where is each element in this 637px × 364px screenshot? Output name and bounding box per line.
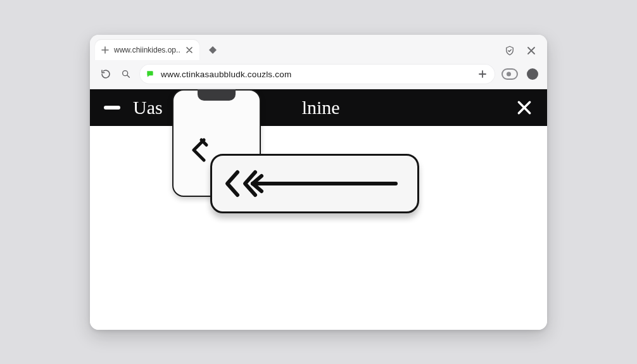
page-header: Uas lnine <box>90 89 547 126</box>
tab-close-icon[interactable] <box>184 45 194 55</box>
go-back-button[interactable] <box>210 154 419 213</box>
plus-icon[interactable] <box>100 45 110 55</box>
window-close-icon[interactable] <box>526 45 537 56</box>
window-controls <box>504 45 541 60</box>
bookmark-plus-icon[interactable] <box>476 68 489 80</box>
tab-title: www.chiinkides.op.. <box>114 46 180 54</box>
page-title-right: lnine <box>302 97 340 118</box>
url-text: www.ctinkasaubbludk.couzls.com <box>161 70 470 79</box>
active-tab[interactable]: www.chiinkides.op.. <box>95 40 199 60</box>
device-notch-icon <box>198 89 236 101</box>
shield-icon[interactable] <box>504 45 515 56</box>
extensions-icon[interactable] <box>501 68 518 80</box>
address-bar[interactable]: www.ctinkasaubbludk.couzls.com <box>139 64 495 84</box>
toolbar: www.ctinkasaubbludk.couzls.com <box>90 60 547 89</box>
page-title-left: Uas <box>133 97 163 118</box>
minimize-icon[interactable] <box>104 106 120 110</box>
new-tab-button[interactable] <box>205 42 221 58</box>
toolbar-right <box>501 68 538 80</box>
double-chevron-left-arrow-icon <box>224 167 407 200</box>
profile-avatar-icon[interactable] <box>527 68 538 80</box>
reload-icon[interactable] <box>99 67 113 81</box>
svg-point-0 <box>123 71 128 76</box>
page-content <box>90 126 547 330</box>
search-icon[interactable] <box>119 67 133 81</box>
tab-strip: www.chiinkides.op.. <box>90 35 547 60</box>
chevron-left-icon <box>187 136 215 164</box>
browser-window: www.chiinkides.op.. <box>90 35 547 330</box>
site-identity-icon[interactable] <box>146 70 155 78</box>
header-close-icon[interactable] <box>515 99 533 116</box>
